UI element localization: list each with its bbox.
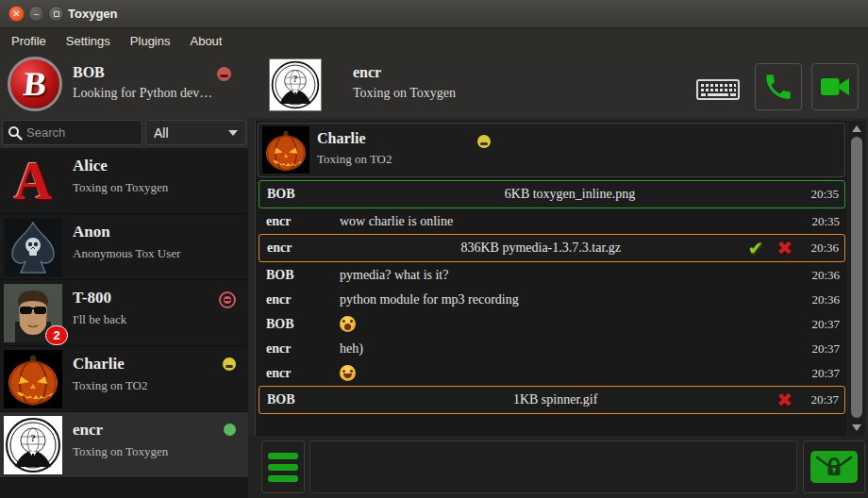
avatar-anonymous: ?: [4, 416, 62, 474]
keyboard-icon: [696, 77, 740, 102]
message-input[interactable]: [309, 440, 797, 493]
message-time: 20:36: [799, 241, 844, 256]
minimize-icon: –: [34, 9, 40, 19]
message-sender: BOB: [259, 317, 340, 332]
status-icon-online: [224, 423, 236, 436]
video-camera-icon: [818, 70, 852, 104]
menu-item-profile[interactable]: Profile: [11, 34, 46, 48]
svg-text:?: ?: [30, 432, 36, 443]
self-avatar-letter: B: [22, 64, 48, 104]
message-sender: BOB: [259, 392, 341, 407]
message-row: encr20:37: [259, 361, 845, 385]
close-button[interactable]: ✕: [8, 6, 25, 22]
message-row: BOB1KB spinner.gif✖20:37: [259, 386, 845, 414]
message-sender: encr: [259, 366, 340, 381]
message-time: 20:37: [800, 317, 845, 332]
contact-name: encr: [73, 421, 103, 440]
menu-bar: ProfileSettingsPluginsAbout: [0, 29, 868, 52]
contact-status-message: I'll be back: [73, 312, 126, 327]
message-sender: encr: [259, 341, 340, 357]
maximize-button[interactable]: [48, 6, 64, 22]
self-status-icon-busy[interactable]: [217, 67, 231, 81]
decline-file-icon[interactable]: ✖: [776, 390, 793, 409]
smiling-face-emoji-icon: [340, 365, 356, 381]
search-icon: [8, 125, 23, 141]
status-icon-busy-ring: [219, 291, 236, 308]
chat-scrollbar[interactable]: [848, 121, 865, 436]
self-avatar[interactable]: B: [8, 57, 62, 111]
message-time: 20:35: [799, 187, 844, 202]
message-time: 20:35: [800, 214, 845, 229]
chat-area: Charlie Toxing on TO2 BOB6KB toxygen_inl…: [255, 121, 847, 436]
active-contact-avatar-anonymous: ?: [269, 58, 322, 111]
search-box: [2, 120, 142, 145]
file-transfer-info: 6KB toxygen_inline.png: [341, 187, 799, 202]
message-row: encrheh)20:37: [259, 337, 845, 360]
accept-file-icon[interactable]: ✔: [747, 239, 763, 257]
title-bar: ✕ – Toxygen: [0, 0, 868, 28]
menu-item-settings[interactable]: Settings: [66, 34, 110, 48]
maximize-icon: [54, 11, 59, 17]
chat-peer-banner[interactable]: Charlie Toxing on TO2: [258, 123, 845, 177]
chat-peer-status-message: Toxing on TO2: [317, 152, 392, 167]
message-text: [340, 316, 800, 332]
contact-status-message: Anonymous Tox User: [73, 246, 180, 261]
minimize-button[interactable]: –: [28, 6, 44, 22]
header: B BOB Looking for Python dev… ? encr Tox…: [0, 52, 868, 118]
contact-list: AAliceToxing on ToxygenAnonAnonymous Tox…: [0, 148, 248, 498]
scroll-down-icon[interactable]: [852, 424, 861, 431]
message-time: 20:36: [800, 292, 845, 307]
avatar-letter-a: A: [4, 152, 62, 210]
scrollbar-thumb[interactable]: [851, 137, 862, 418]
message-sender: BOB: [259, 187, 341, 202]
message-text: pymedia? what is it?: [340, 268, 800, 283]
status-icon-away: [223, 357, 236, 371]
video-call-button[interactable]: [811, 63, 859, 110]
contact-name: T-800: [73, 289, 111, 307]
filter-selected-value: All: [154, 125, 228, 141]
file-transfer-info: 836KB pymedia-1.3.7.3.tar.gz: [341, 241, 741, 256]
self-name: BOB: [73, 64, 105, 81]
contact-row-t-800[interactable]: T-800I'll be back2: [0, 280, 248, 346]
contact-filter-dropdown[interactable]: All: [145, 120, 246, 145]
composer: [248, 436, 868, 498]
self-status-message: Looking for Python dev…: [73, 86, 212, 101]
window-controls: ✕ –: [8, 6, 64, 22]
message-row: BOB6KB toxygen_inline.png20:35: [259, 180, 845, 208]
svg-text:?: ?: [293, 74, 298, 84]
decline-file-icon[interactable]: ✖: [776, 239, 793, 257]
message-sender: encr: [259, 241, 341, 256]
menu-item-plugins[interactable]: Plugins: [130, 34, 171, 48]
menu-item-about[interactable]: About: [190, 34, 222, 48]
message-sender: encr: [259, 292, 340, 307]
message-sender: BOB: [259, 268, 340, 283]
contact-row-charlie[interactable]: CharlieToxing on TO2: [0, 346, 248, 412]
message-text: python module for mp3 recording: [340, 292, 800, 307]
send-encrypted-icon: [810, 449, 859, 485]
active-contact-name: encr: [353, 64, 381, 81]
search-input[interactable]: [26, 125, 130, 140]
message-time: 20:37: [800, 366, 845, 381]
avatar-pumpkin: [262, 126, 309, 174]
screen-keyboard-button[interactable]: [693, 75, 743, 104]
status-icon-away: [477, 135, 491, 148]
sidebar: All AAliceToxing on ToxygenAnonAnonymous…: [0, 118, 248, 498]
contact-name: Charlie: [73, 355, 125, 374]
avatar-pumpkin: [4, 350, 62, 408]
message-text: heh): [340, 341, 800, 357]
message-time: 20:37: [799, 392, 844, 407]
contact-row-encr[interactable]: ?encrToxing on Toxygen: [0, 412, 248, 478]
message-sender: encr: [259, 214, 340, 229]
send-button[interactable]: [803, 440, 865, 493]
contact-row-anon[interactable]: AnonAnonymous Tox User: [0, 214, 248, 280]
chevron-down-icon: [228, 130, 238, 136]
close-icon: ✕: [12, 9, 20, 19]
scroll-up-icon[interactable]: [852, 125, 861, 132]
shocked-face-emoji-icon: [340, 316, 356, 332]
avatar-spade-skull: [4, 218, 62, 276]
message-row: encrpython module for mp3 recording20:36: [259, 288, 845, 311]
message-text: [340, 365, 800, 381]
attachment-menu-button[interactable]: [261, 440, 305, 493]
contact-row-alice[interactable]: AAliceToxing on Toxygen: [0, 148, 248, 214]
audio-call-button[interactable]: [755, 63, 802, 110]
